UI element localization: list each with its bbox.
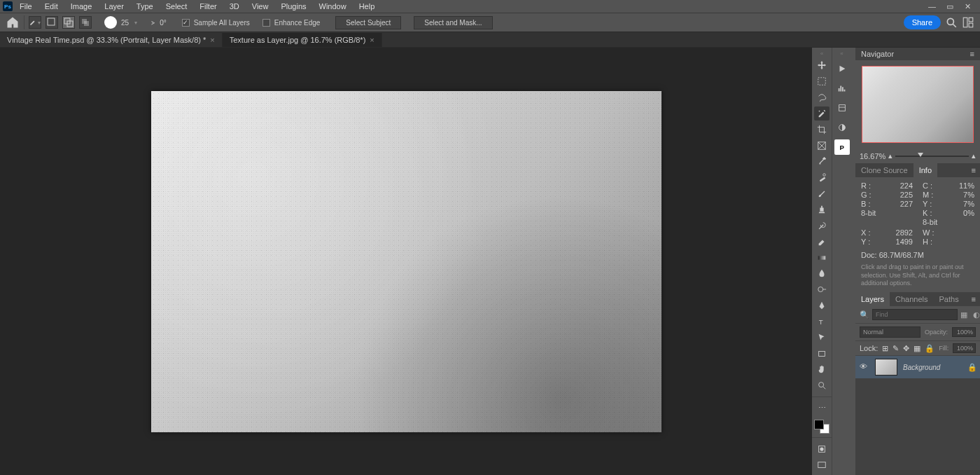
tool-preset-picker[interactable]: ▾ <box>29 16 41 29</box>
visibility-toggle-icon[interactable]: 👁 <box>860 362 869 372</box>
blur-tool-icon[interactable] <box>814 266 830 281</box>
panel-menu-icon[interactable]: ≡ <box>970 50 974 58</box>
frame-tool-icon[interactable] <box>814 138 830 153</box>
menu-3d[interactable]: 3D <box>224 1 245 12</box>
intersect-selection-icon[interactable] <box>79 16 92 29</box>
menu-image[interactable]: Image <box>65 1 98 12</box>
history-brush-tool-icon[interactable] <box>814 218 830 233</box>
canvas-area[interactable] <box>0 48 812 475</box>
zoom-slider[interactable] <box>895 156 969 157</box>
layer-name[interactable]: Background <box>903 364 940 371</box>
canvas[interactable] <box>151 91 662 432</box>
gradient-tool-icon[interactable] <box>814 250 830 265</box>
lock-trans-icon[interactable]: ⊞ <box>882 344 888 353</box>
select-and-mask-button[interactable]: Select and Mask... <box>414 16 492 29</box>
enhance-edge-checkbox[interactable] <box>262 19 270 27</box>
tab-close-icon[interactable]: × <box>370 36 374 44</box>
svg-rect-15 <box>819 351 825 356</box>
menu-select[interactable]: Select <box>160 1 193 12</box>
foreground-color-swatch[interactable] <box>814 420 824 429</box>
search-icon[interactable] <box>945 16 958 29</box>
info-y: 7% <box>963 200 974 208</box>
navigator-thumbnail[interactable] <box>862 66 974 143</box>
lock-pixel-icon[interactable]: ✎ <box>892 344 899 353</box>
layer-lock-icon[interactable]: 🔒 <box>967 363 976 371</box>
zoom-tool-icon[interactable] <box>814 378 830 393</box>
menu-window[interactable]: Window <box>314 1 352 12</box>
adjustments-panel-icon[interactable] <box>834 120 850 135</box>
filter-pixel-icon[interactable]: ▦ <box>960 310 969 319</box>
tab-channels[interactable]: Channels <box>890 292 933 306</box>
menu-edit[interactable]: Edit <box>39 1 64 12</box>
marquee-tool-icon[interactable] <box>814 74 830 89</box>
tab-close-icon[interactable]: × <box>210 36 214 44</box>
edit-toolbar-icon[interactable]: ⋯ <box>814 401 830 415</box>
menu-type[interactable]: Type <box>131 1 159 12</box>
zoom-in-icon[interactable]: ▴ <box>972 151 976 160</box>
document-tab[interactable]: Vintage Real Time.psd @ 33.3% (Portrait,… <box>0 33 223 47</box>
workspace-icon[interactable] <box>962 16 974 29</box>
menu-help[interactable]: Help <box>354 1 381 12</box>
lock-pos-icon[interactable]: ✥ <box>903 344 909 353</box>
angle-value[interactable]: 0° <box>160 19 167 27</box>
properties-panel-icon[interactable] <box>834 100 850 116</box>
move-tool-icon[interactable] <box>814 58 830 73</box>
document-tab[interactable]: Texture as Layer.jpg @ 16.7% (RGB/8*)× <box>223 33 382 47</box>
panel-menu-icon[interactable]: ≡ <box>967 292 980 306</box>
eyedropper-tool-icon[interactable] <box>814 154 830 169</box>
zoom-value[interactable]: 16.67% <box>860 152 886 160</box>
opacity-value[interactable]: 100% <box>952 327 976 337</box>
hand-tool-icon[interactable] <box>814 362 830 377</box>
tab-layers[interactable]: Layers <box>855 292 890 306</box>
tab-info[interactable]: Info <box>913 163 937 177</box>
maximize-icon[interactable]: ▭ <box>946 2 955 11</box>
zoom-out-icon[interactable]: ▴ <box>888 151 892 160</box>
eraser-tool-icon[interactable] <box>814 234 830 249</box>
tab-paths[interactable]: Paths <box>934 292 965 306</box>
minimize-icon[interactable]: — <box>928 2 937 11</box>
menu-plugins[interactable]: Plugins <box>275 1 312 12</box>
layer-filter-input[interactable] <box>872 309 958 320</box>
select-subject-button[interactable]: Select Subject <box>335 16 401 29</box>
blend-mode-dropdown[interactable]: Normal <box>860 326 920 338</box>
rectangle-tool-icon[interactable] <box>814 346 830 361</box>
histogram-panel-icon[interactable] <box>834 81 850 96</box>
path-selection-tool-icon[interactable] <box>814 330 830 345</box>
dodge-tool-icon[interactable] <box>814 282 830 297</box>
type-tool-icon[interactable]: T <box>814 315 830 329</box>
fill-value[interactable]: 100% <box>953 343 976 353</box>
filter-adjust-icon[interactable]: ◐ <box>973 310 980 319</box>
lock-nest-icon[interactable]: ▦ <box>913 344 920 353</box>
share-button[interactable]: Share <box>904 15 941 29</box>
quick-selection-tool-icon[interactable] <box>814 106 830 121</box>
subtract-selection-icon[interactable] <box>62 16 75 29</box>
svg-rect-19 <box>818 462 826 467</box>
pen-tool-icon[interactable] <box>814 298 830 313</box>
close-icon[interactable]: ✕ <box>965 2 973 11</box>
add-selection-icon[interactable] <box>46 16 58 29</box>
menu-view[interactable]: View <box>246 1 274 12</box>
actions-panel-icon[interactable] <box>834 61 850 76</box>
svg-rect-20 <box>839 105 845 111</box>
libraries-panel-icon[interactable]: P <box>834 139 850 155</box>
menu-file[interactable]: File <box>14 1 38 12</box>
menu-layer[interactable]: Layer <box>99 1 130 12</box>
tab-clone-source[interactable]: Clone Source <box>855 163 913 177</box>
menu-filter[interactable]: Filter <box>194 1 222 12</box>
crop-tool-icon[interactable] <box>814 122 830 137</box>
panel-menu-icon[interactable]: ≡ <box>967 163 980 177</box>
color-swatches[interactable] <box>814 420 830 434</box>
quick-mask-icon[interactable] <box>814 441 830 456</box>
sample-all-layers-checkbox[interactable] <box>182 19 190 27</box>
lasso-tool-icon[interactable] <box>814 90 830 105</box>
lock-all-icon[interactable]: 🔒 <box>925 344 934 353</box>
layer-row[interactable]: 👁 Background 🔒 <box>855 356 980 378</box>
screen-mode-icon[interactable] <box>814 457 830 472</box>
layer-thumbnail[interactable] <box>875 359 897 376</box>
brush-tool-icon[interactable] <box>814 186 830 201</box>
home-icon[interactable] <box>6 15 20 29</box>
healing-brush-tool-icon[interactable] <box>814 170 830 185</box>
brush-preview[interactable] <box>104 16 117 29</box>
search-icon[interactable]: 🔍 <box>860 310 869 319</box>
clone-stamp-tool-icon[interactable] <box>814 202 830 217</box>
